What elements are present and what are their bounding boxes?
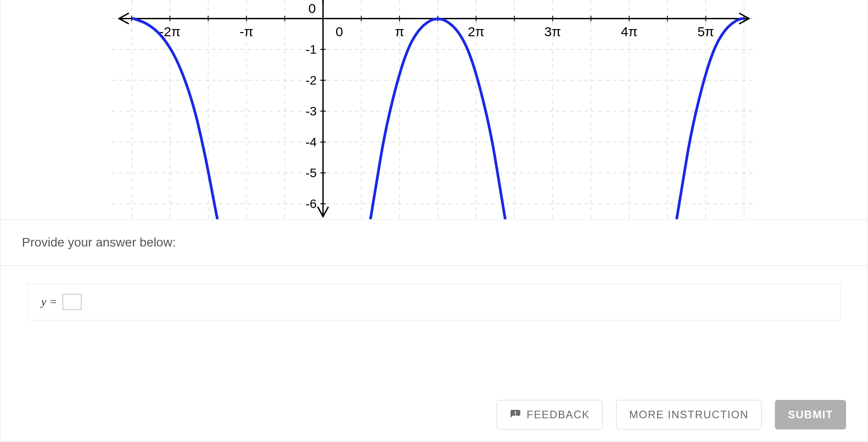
feedback-label: FEEDBACK	[527, 408, 590, 421]
svg-text:-2: -2	[306, 73, 317, 87]
svg-text:π: π	[395, 24, 404, 39]
svg-rect-65	[515, 411, 516, 413]
svg-text:3π: 3π	[544, 24, 561, 39]
svg-text:-6: -6	[306, 197, 317, 211]
svg-rect-66	[515, 414, 516, 415]
svg-text:-5: -5	[306, 166, 317, 180]
svg-text:0: 0	[336, 24, 343, 39]
question-container: -2π-π0π2π3π4π5π0-1-2-3-4-5-6 Provide you…	[0, 0, 868, 442]
answer-row: y =	[0, 266, 868, 338]
answer-box[interactable]: y =	[27, 284, 841, 320]
graph-area: -2π-π0π2π3π4π5π0-1-2-3-4-5-6	[0, 0, 868, 220]
answer-input[interactable]	[63, 294, 81, 310]
action-buttons: FEEDBACK MORE INSTRUCTION SUBMIT	[497, 400, 846, 429]
svg-text:2π: 2π	[468, 24, 484, 39]
svg-text:4π: 4π	[621, 24, 638, 39]
svg-text:-1: -1	[306, 42, 317, 56]
feedback-button[interactable]: FEEDBACK	[497, 400, 603, 429]
answer-prefix: y =	[41, 295, 57, 309]
svg-text:-4: -4	[306, 135, 317, 149]
svg-text:-π: -π	[239, 24, 253, 39]
svg-text:-3: -3	[306, 104, 317, 118]
svg-text:0: 0	[308, 1, 316, 16]
more-instruction-button[interactable]: MORE INSTRUCTION	[616, 400, 762, 429]
function-graph: -2π-π0π2π3π4π5π0-1-2-3-4-5-6	[112, 0, 756, 219]
submit-label: SUBMIT	[788, 408, 833, 421]
more-instruction-label: MORE INSTRUCTION	[629, 408, 749, 421]
svg-text:5π: 5π	[698, 24, 714, 39]
submit-button[interactable]: SUBMIT	[775, 400, 846, 429]
answer-prompt: Provide your answer below:	[0, 220, 868, 266]
feedback-icon	[510, 409, 521, 421]
